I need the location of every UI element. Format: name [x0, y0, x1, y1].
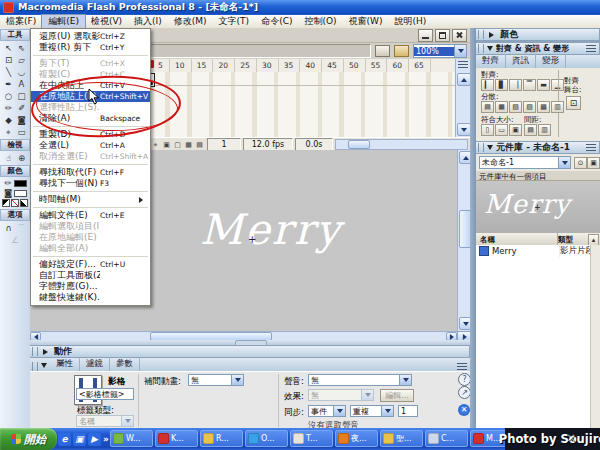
zoom-tool-icon[interactable]: ⊕ [15, 152, 28, 164]
onion-skin-icon[interactable]: ▣ [161, 141, 172, 149]
align-left-icon[interactable]: ▎ [481, 79, 494, 91]
minimize-button[interactable] [418, 29, 433, 42]
panel-menu-icon[interactable] [586, 144, 596, 152]
dropdown-button[interactable] [381, 406, 393, 416]
paint-bucket-tool-icon[interactable]: ◙ [15, 114, 28, 126]
scroll-down-button[interactable] [457, 123, 471, 136]
properties-tab[interactable]: 屬性 [50, 357, 80, 371]
align-right-icon[interactable]: ▕ [509, 79, 522, 91]
eyedropper-tool-icon[interactable]: ⌖ [2, 126, 15, 138]
zoom-select[interactable]: 100% [413, 44, 467, 58]
pin-library-icon[interactable]: ⊙ [574, 157, 587, 169]
edit-menu-item[interactable]: 時間軸(M) [31, 194, 150, 205]
stage-vertical-scrollbar[interactable] [457, 150, 471, 331]
menu-title[interactable]: 命令(C) [255, 15, 298, 28]
repeat-count-input[interactable]: 1 [398, 405, 418, 417]
timeline-menu-icon[interactable] [458, 61, 468, 69]
align-top-icon[interactable]: ▔ [523, 79, 536, 91]
edit-menu-item[interactable]: 重複(R) 剪下 Ctrl+Y [31, 42, 150, 53]
taskbar-button-o[interactable]: O... [245, 430, 288, 447]
timeline-ruler[interactable]: 5101520253035404550556065 [148, 59, 455, 73]
panel-close-icon[interactable]: ✕ [458, 404, 470, 416]
menu-title[interactable]: 插入(I) [128, 15, 168, 28]
smooth-option-icon[interactable]: ⌒ [15, 222, 28, 234]
free-transform-tool-icon[interactable]: ⊡ [2, 54, 15, 66]
taskbar-button-c[interactable]: C... [425, 430, 468, 447]
player-icon[interactable]: ▶ [88, 433, 101, 446]
edit-menu-item[interactable]: 編輯全部(A) [31, 243, 150, 254]
properties-tab[interactable]: 濾鏡 [80, 357, 110, 371]
menu-title[interactable]: 檔案(F) [0, 15, 42, 28]
swap-colors-icon[interactable] [20, 199, 28, 207]
panel-grip[interactable] [478, 30, 484, 39]
dropdown-button[interactable] [399, 375, 411, 385]
dropdown-button[interactable] [558, 157, 570, 168]
center-frame-icon[interactable]: ⌖ [150, 141, 161, 149]
panel-menu-icon[interactable] [586, 45, 596, 53]
panel-grip[interactable] [32, 362, 38, 371]
edit-menu-item[interactable]: 鍵盤快速鍵(K)... [31, 292, 150, 303]
align-tab[interactable]: 對齊 [476, 54, 506, 68]
default-colors-icon[interactable] [2, 199, 10, 207]
align-middle-icon[interactable]: ▬ [537, 79, 550, 91]
lasso-tool-icon[interactable]: ◡ [15, 66, 28, 78]
panel-grip[interactable] [478, 143, 484, 152]
scroll-up-button[interactable] [457, 73, 471, 86]
fill-color-swatch[interactable] [14, 190, 27, 197]
new-library-window-icon[interactable]: ▣ [587, 157, 600, 169]
distribute-middle-icon[interactable]: ▦ [495, 101, 508, 113]
taskbar-button-r[interactable]: R... [200, 430, 243, 447]
dropdown-button[interactable] [333, 406, 345, 416]
ie-icon[interactable]: e [58, 433, 71, 446]
match-height-icon[interactable]: ▭ [495, 124, 508, 136]
menu-title[interactable]: 說明(H) [388, 15, 432, 28]
selection-tool-icon[interactable]: ↖ [2, 42, 15, 54]
properties-tab[interactable]: 參數 [110, 357, 140, 371]
menu-title[interactable]: 修改(M) [168, 15, 213, 28]
align-tab[interactable]: 資訊 [506, 54, 536, 68]
gradient-transform-tool-icon[interactable]: ▱ [15, 54, 28, 66]
taskbar-button-firefox[interactable]: 夜... [335, 430, 378, 447]
space-horizontal-icon[interactable]: ▥ [538, 124, 551, 136]
menu-title[interactable]: 控制(O) [298, 15, 342, 28]
taskbar-button-t[interactable]: T... [290, 430, 333, 447]
pencil-tool-icon[interactable]: ✏ [2, 102, 15, 114]
snap-magnet-icon[interactable]: ∩ [2, 222, 15, 234]
name-column-header[interactable]: 名稱 [476, 233, 557, 245]
rectangle-tool-icon[interactable]: □ [15, 90, 28, 102]
align-tab[interactable]: 變形 [536, 54, 566, 68]
menu-title[interactable]: 檢視(V) [85, 15, 128, 28]
quick-launch-overflow-icon[interactable]: » [103, 434, 109, 444]
close-button[interactable] [452, 29, 467, 42]
stroke-color-swatch[interactable] [14, 180, 27, 187]
brush-tool-icon[interactable]: ✐ [15, 102, 28, 114]
align-center-h-icon[interactable]: ▊ [495, 79, 508, 91]
stage-symbol-text[interactable]: Merry [200, 205, 342, 254]
panel-menu-icon[interactable] [457, 363, 467, 371]
eraser-tool-icon[interactable]: ▭ [15, 126, 28, 138]
distribute-left-icon[interactable]: ▨ [523, 101, 536, 113]
edit-scene-icon[interactable] [375, 45, 390, 57]
timeline-horizontal-scrollbar[interactable] [335, 139, 468, 150]
menu-title[interactable]: 視窗(W) [343, 15, 389, 28]
menu-title[interactable]: 編輯(E) [42, 15, 85, 28]
repeat-select[interactable]: 重複 [350, 405, 394, 417]
edit-multiple-frames-icon[interactable]: ▦ [183, 141, 194, 149]
to-stage-icon[interactable]: ⊡ [566, 96, 581, 110]
match-both-icon[interactable]: ▣ [509, 124, 522, 136]
distribute-top-icon[interactable]: ▤ [481, 101, 494, 113]
modify-onion-markers-icon[interactable]: ▤ [194, 141, 205, 149]
straighten-option-icon[interactable]: ∠ [9, 234, 22, 246]
pen-tool-icon[interactable]: ✒ [2, 78, 15, 90]
hand-tool-icon[interactable]: ☝ [2, 152, 15, 164]
show-desktop-icon[interactable]: ▣ [73, 433, 86, 446]
library-scroll-strip[interactable] [590, 245, 600, 437]
panel-grip[interactable] [478, 44, 484, 53]
ink-bottle-tool-icon[interactable]: ◆ [2, 114, 15, 126]
start-button[interactable]: 開始 [0, 428, 57, 450]
oval-tool-icon[interactable]: ○ [2, 90, 15, 102]
taskbar-button-k[interactable]: K... [155, 430, 198, 447]
timeline-vertical-scrollbar[interactable] [455, 59, 471, 137]
menu-title[interactable]: 文字(T) [213, 15, 256, 28]
line-tool-icon[interactable]: ╲ [2, 66, 15, 78]
